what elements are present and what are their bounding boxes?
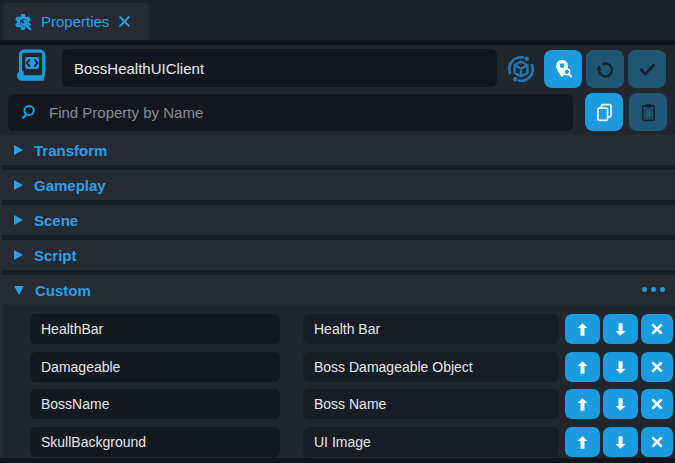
custom-property-row: HealthBar Health Bar (0, 314, 675, 344)
property-value-field[interactable]: Boss Name (303, 389, 559, 419)
custom-properties: HealthBar Health Bar Damageable Boss Dam… (0, 305, 675, 458)
property-value-field[interactable]: UI Image (303, 427, 559, 457)
copy-icon (594, 102, 615, 123)
undo-icon (595, 59, 616, 80)
chevron-right-icon (14, 250, 23, 260)
section-transform[interactable]: Transform (0, 135, 675, 165)
ellipsis-menu-icon[interactable] (638, 287, 665, 292)
section-list: Transform Gameplay Scene Script Custom (0, 135, 675, 305)
section-label: Script (34, 247, 77, 264)
move-down-button[interactable] (603, 427, 638, 457)
tab-properties[interactable]: Properties (3, 3, 149, 40)
property-name-field[interactable]: Damageable (30, 352, 280, 382)
divider (0, 40, 675, 45)
checkmark-icon (637, 59, 658, 80)
move-down-button[interactable] (603, 314, 638, 344)
move-down-button[interactable] (603, 389, 638, 419)
close-icon[interactable] (118, 15, 131, 28)
gear-wrench-icon (13, 12, 33, 32)
property-name-field[interactable]: BossName (30, 389, 280, 419)
section-scene[interactable]: Scene (0, 205, 675, 235)
property-value-field[interactable]: Health Bar (303, 314, 559, 344)
apply-button[interactable] (628, 50, 666, 88)
networked-object-icon (503, 51, 539, 91)
property-name-field[interactable]: HealthBar (30, 314, 280, 344)
revert-button[interactable] (586, 50, 624, 88)
section-script[interactable]: Script (0, 240, 675, 270)
move-up-button[interactable] (565, 352, 600, 382)
custom-property-row: SkullBackground UI Image (0, 427, 675, 457)
property-name-field[interactable]: SkullBackground (30, 427, 280, 457)
move-down-button[interactable] (603, 352, 638, 382)
property-search-input[interactable] (47, 103, 561, 122)
object-name-input[interactable] (62, 49, 497, 87)
clipboard-paste-icon (638, 102, 659, 123)
find-in-scene-button[interactable] (544, 50, 582, 88)
copy-properties-button[interactable] (585, 93, 623, 131)
section-label: Scene (34, 212, 78, 229)
section-custom[interactable]: Custom (0, 275, 675, 305)
tab-title: Properties (41, 13, 109, 30)
tab-bar: Properties (0, 0, 675, 40)
custom-property-row: Damageable Boss Damageable Object (0, 352, 675, 382)
delete-property-button[interactable] (641, 314, 673, 344)
property-search-box[interactable] (8, 94, 573, 131)
divider (0, 458, 675, 463)
chevron-right-icon (14, 145, 23, 155)
delete-property-button[interactable] (641, 352, 673, 382)
section-label: Transform (34, 142, 107, 159)
search-icon (20, 103, 47, 122)
property-value-field[interactable]: Boss Damageable Object (303, 352, 559, 382)
move-up-button[interactable] (565, 389, 600, 419)
chevron-down-icon (14, 286, 24, 295)
properties-panel: Properties (0, 0, 675, 463)
chevron-right-icon (14, 215, 23, 225)
paste-properties-button[interactable] (629, 93, 667, 131)
delete-property-button[interactable] (641, 389, 673, 419)
move-up-button[interactable] (565, 314, 600, 344)
delete-property-button[interactable] (641, 427, 673, 457)
location-search-icon (552, 58, 574, 80)
custom-property-row: BossName Boss Name (0, 389, 675, 419)
section-label: Custom (35, 282, 91, 299)
move-up-button[interactable] (565, 427, 600, 457)
script-icon (12, 48, 48, 92)
section-label: Gameplay (34, 177, 106, 194)
chevron-right-icon (14, 180, 23, 190)
section-gameplay[interactable]: Gameplay (0, 170, 675, 200)
